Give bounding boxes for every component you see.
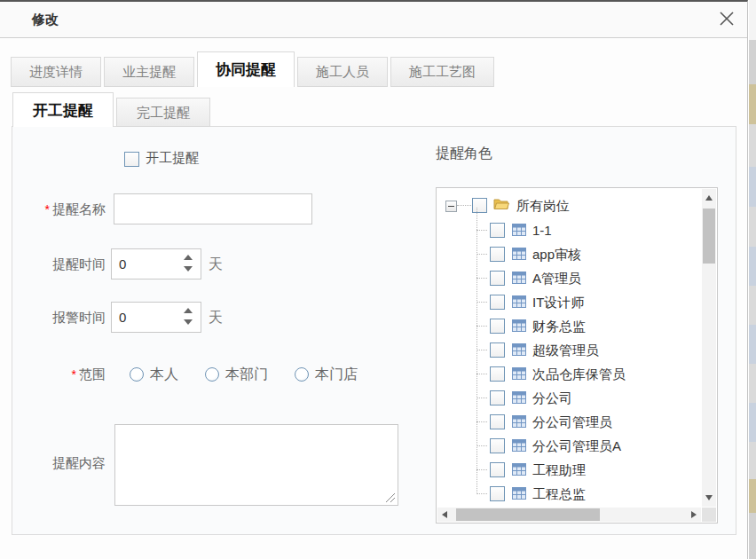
screen: 修改 进度详情业主提醒协同提醒施工人员施工工艺图 开工提醒完工提醒 开工提醒 *… xyxy=(0,0,756,559)
tree-connector-stub xyxy=(476,421,487,422)
tree-node[interactable]: 1-1 xyxy=(437,218,702,242)
remind-time-input[interactable] xyxy=(112,249,186,279)
role-icon xyxy=(511,485,527,501)
background-band xyxy=(749,40,756,84)
tree-node[interactable]: 分公司管理员A xyxy=(437,434,702,458)
dialog-header: 修改 xyxy=(0,2,747,38)
tree-node-label[interactable]: 工程总监 xyxy=(532,482,586,506)
tree-connector-stub xyxy=(476,469,487,470)
tree-node-label[interactable]: 次品仓库保管员 xyxy=(532,362,626,386)
tree-node-label[interactable]: 分公司管理员A xyxy=(532,434,621,458)
radio-label-本门店: 本门店 xyxy=(315,366,358,384)
tree-connector-stub xyxy=(476,374,487,374)
sub-tab-bar: 开工提醒完工提醒 xyxy=(12,92,213,127)
spinner-down-icon[interactable] xyxy=(183,319,193,327)
background-band xyxy=(749,207,756,247)
tree-node-checkbox[interactable] xyxy=(490,295,505,310)
tree-node-checkbox[interactable] xyxy=(472,198,487,213)
radio-本门店[interactable] xyxy=(295,367,309,382)
tree-node[interactable]: A管理员 xyxy=(437,266,702,290)
background-band xyxy=(749,364,756,403)
tree-node-checkbox[interactable] xyxy=(490,390,505,405)
tree-node[interactable]: 超级管理员 xyxy=(437,338,702,362)
tree-node-checkbox[interactable] xyxy=(490,247,505,262)
tree-node-label[interactable]: 分公司 xyxy=(532,386,572,410)
background-band xyxy=(749,442,756,479)
tree-node-checkbox[interactable] xyxy=(490,414,505,429)
role-icon xyxy=(511,390,527,405)
subtab-开工提醒[interactable]: 开工提醒 xyxy=(12,92,114,127)
tree-node-label[interactable]: 分公司管理员 xyxy=(532,410,612,434)
scroll-right-icon[interactable] xyxy=(687,508,701,522)
vertical-scrollbar-thumb[interactable] xyxy=(703,209,715,264)
tree-node-checkbox[interactable] xyxy=(490,366,505,382)
subtab-完工提醒[interactable]: 完工提醒 xyxy=(116,98,210,127)
tree-connector-stub xyxy=(476,230,487,231)
radio-本部门[interactable] xyxy=(205,367,219,382)
background-band xyxy=(749,84,756,124)
scope-option-本人: 本人 xyxy=(130,366,178,384)
remind-time-unit: 天 xyxy=(209,256,223,274)
tab-施工人员[interactable]: 施工人员 xyxy=(297,57,388,87)
scrollbar-corner xyxy=(702,508,716,522)
tree-node[interactable]: 工程总监 xyxy=(437,482,702,506)
tab-进度详情[interactable]: 进度详情 xyxy=(11,57,101,87)
tree-node-checkbox[interactable] xyxy=(490,223,505,238)
horizontal-scrollbar[interactable] xyxy=(437,508,701,522)
tree-node[interactable]: 分公司 xyxy=(437,386,702,410)
scroll-left-icon[interactable] xyxy=(437,508,452,522)
collapse-icon[interactable] xyxy=(445,201,457,212)
tree-node-label[interactable]: 所有岗位 xyxy=(516,193,570,218)
tree-node-checkbox[interactable] xyxy=(490,486,505,501)
background-band xyxy=(749,167,756,207)
tree-node[interactable]: IT设计师 xyxy=(437,290,702,314)
name-field-label: *提醒名称 xyxy=(12,201,106,218)
start-reminder-checkbox-label: 开工提醒 xyxy=(146,150,199,167)
tree-node[interactable]: 分公司管理员 xyxy=(437,410,702,434)
tree-node[interactable]: app审核 xyxy=(437,242,702,266)
tree-node-label[interactable]: 工程助理 xyxy=(532,458,586,482)
tree-node-checkbox[interactable] xyxy=(490,319,505,334)
background-band xyxy=(749,403,756,442)
remind-time-spinner xyxy=(111,248,201,280)
reminder-content-textarea[interactable] xyxy=(115,425,398,505)
horizontal-scrollbar-thumb[interactable] xyxy=(456,508,600,521)
scroll-up-icon[interactable] xyxy=(702,191,716,205)
scroll-down-icon[interactable] xyxy=(702,491,716,505)
tree-connector-stub xyxy=(476,350,487,350)
tree-node-checkbox[interactable] xyxy=(490,462,505,477)
role-icon xyxy=(511,270,527,286)
tree-node-label[interactable]: app审核 xyxy=(532,242,581,266)
role-icon xyxy=(511,342,527,358)
tree-node[interactable]: 财务总监 xyxy=(437,314,702,338)
spinner-down-icon[interactable] xyxy=(183,266,193,273)
spinner-up-icon[interactable] xyxy=(183,255,193,262)
tree-node-checkbox[interactable] xyxy=(490,438,505,453)
close-icon[interactable] xyxy=(718,10,736,28)
tree-node-label[interactable]: 财务总监 xyxy=(532,314,586,338)
remind-time-label: 提醒时间 xyxy=(12,256,106,273)
tab-协同提醒[interactable]: 协同提醒 xyxy=(197,51,295,87)
tree-node[interactable]: 次品仓库保管员 xyxy=(437,362,702,386)
tree-node-checkbox[interactable] xyxy=(490,342,505,358)
spinner-up-icon[interactable] xyxy=(183,308,193,315)
tree-node-label[interactable]: 1-1 xyxy=(532,218,552,242)
tree-node-checkbox[interactable] xyxy=(490,271,505,286)
role-icon xyxy=(511,222,527,238)
dialog-title: 修改 xyxy=(32,2,59,37)
reminder-name-input[interactable] xyxy=(114,193,312,224)
tree-node[interactable]: 工程助理 xyxy=(437,458,702,482)
tab-业主提醒[interactable]: 业主提醒 xyxy=(104,57,194,87)
tree-node-label[interactable]: A管理员 xyxy=(532,266,581,290)
roles-tree: 所有岗位 1-1 app审核 A管理员 IT设计师 财务总监 xyxy=(437,188,702,508)
tree-node-label[interactable]: 超级管理员 xyxy=(532,338,599,362)
tab-施工工艺图[interactable]: 施工工艺图 xyxy=(390,57,494,87)
alarm-time-input[interactable] xyxy=(112,303,186,332)
background-band xyxy=(749,286,756,325)
radio-本人[interactable] xyxy=(130,367,144,382)
role-icon xyxy=(511,366,527,382)
folder-icon xyxy=(493,197,509,213)
start-reminder-checkbox[interactable] xyxy=(124,152,139,167)
tree-node-label[interactable]: IT设计师 xyxy=(532,290,584,314)
vertical-scrollbar[interactable] xyxy=(702,189,716,507)
